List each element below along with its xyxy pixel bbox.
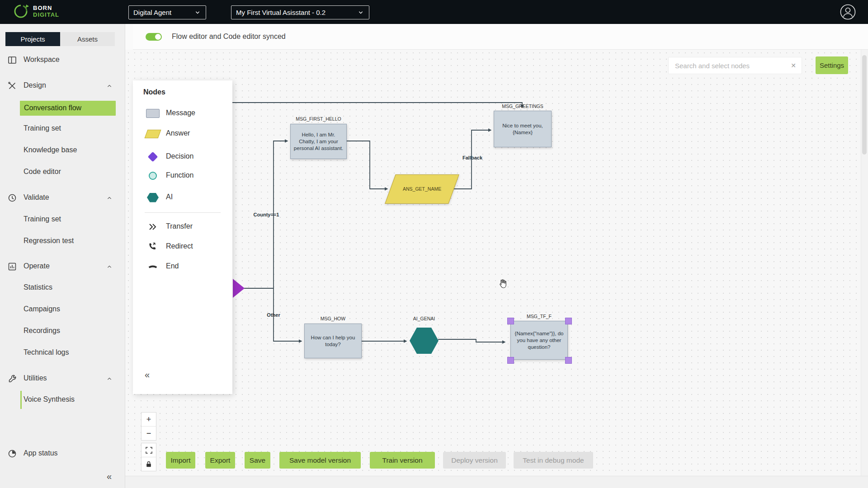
- flow-node-msg-how[interactable]: How can I help you today?: [304, 324, 362, 358]
- sidebar: Projects Assets Workspace Design Convers…: [0, 24, 125, 488]
- sidebar-item-campaigns[interactable]: Campaigns: [0, 302, 125, 317]
- save-button[interactable]: Save: [245, 452, 270, 469]
- brand-logo: BORN DIGITAL: [13, 3, 59, 19]
- flow-node-start[interactable]: [233, 279, 245, 298]
- sidebar-item-label: Statistics: [24, 283, 52, 291]
- flow-node-msg-tf-f[interactable]: {Namex{"name"}}, do you have any other q…: [510, 321, 568, 360]
- node-search-bar: ✕: [668, 57, 802, 74]
- flow-node-ans-get-name[interactable]: ANS_GET_NAME: [385, 174, 459, 204]
- sidebar-item-app-status[interactable]: App status: [0, 446, 125, 461]
- palette-item-label: Transfer: [166, 222, 193, 230]
- settings-button[interactable]: Settings: [816, 56, 848, 74]
- flow-node-msg-first-hello[interactable]: Hello, I am Mr. Chatty, I am your person…: [290, 124, 347, 159]
- lock-button[interactable]: [142, 457, 156, 471]
- save-model-version-button[interactable]: Save model version: [279, 452, 361, 469]
- assistant-version-dropdown[interactable]: My First Virtual Asisstant - 0.2: [231, 5, 369, 19]
- tab-projects[interactable]: Projects: [5, 32, 60, 46]
- lock-icon: [146, 461, 152, 468]
- zoom-in-button[interactable]: +: [142, 413, 156, 426]
- export-button[interactable]: Export: [205, 452, 235, 469]
- sidebar-item-label: Campaigns: [24, 305, 60, 313]
- horizontal-scrollbar[interactable]: [125, 476, 868, 488]
- sidebar-item-conversation-flow[interactable]: Conversation flow: [20, 101, 116, 116]
- sidebar-item-recordings[interactable]: Recordings: [0, 324, 125, 338]
- sidebar-item-label: Conversation flow: [24, 104, 81, 112]
- sidebar-item-label: Training set: [24, 124, 61, 132]
- selection-handle[interactable]: [507, 357, 514, 364]
- sidebar-group-utilities[interactable]: Utilities: [0, 371, 125, 386]
- palette-item-transfer[interactable]: Transfer: [133, 220, 232, 234]
- node-text: {Namex{"name"}}, do you have any other q…: [514, 330, 565, 351]
- palette-item-label: Function: [166, 171, 193, 179]
- sidebar-item-knowledge-base[interactable]: Knowledge base: [0, 143, 125, 158]
- sidebar-collapse-button[interactable]: «: [107, 471, 112, 482]
- assistant-version-value: My First Virtual Asisstant - 0.2: [236, 9, 326, 16]
- sidebar-item-workspace[interactable]: Workspace: [0, 53, 125, 67]
- palette-item-message[interactable]: Message: [133, 107, 232, 120]
- node-search-input[interactable]: [674, 61, 791, 70]
- chevron-down-icon: [194, 9, 201, 16]
- sidebar-item-label: App status: [24, 449, 58, 457]
- sidebar-group-validate[interactable]: Validate: [0, 191, 125, 205]
- sidebar-group-label: Operate: [24, 262, 50, 270]
- tab-assets[interactable]: Assets: [60, 32, 115, 46]
- fit-screen-button[interactable]: [142, 443, 156, 457]
- validate-clock-icon: [7, 193, 17, 203]
- logo-line-1: BORN: [33, 5, 59, 11]
- sidebar-group-operate[interactable]: Operate: [0, 259, 125, 274]
- test-debug-mode-button[interactable]: Test in debug mode: [514, 452, 593, 469]
- app-status-icon: [7, 449, 17, 459]
- logo-text: BORN DIGITAL: [33, 5, 59, 18]
- sidebar-item-code-editor[interactable]: Code editor: [0, 165, 125, 179]
- edge-label-county: County==1: [250, 212, 282, 217]
- zoom-out-button[interactable]: −: [142, 426, 156, 440]
- hand-cursor-icon: [497, 278, 508, 290]
- agent-type-dropdown[interactable]: Digital Agent: [128, 5, 206, 19]
- palette-divider: [145, 212, 221, 213]
- phone-end-icon: [145, 260, 160, 273]
- zoom-controls: + −: [141, 412, 156, 441]
- chevron-up-icon: [106, 194, 113, 202]
- top-bar: BORN DIGITAL Digital Agent My First Virt…: [0, 0, 868, 24]
- chevron-up-icon: [106, 263, 113, 270]
- sidebar-item-label: Recordings: [24, 327, 60, 335]
- sidebar-item-training-set[interactable]: Training set: [0, 122, 125, 136]
- sidebar-item-training-set-validate[interactable]: Training set: [0, 212, 125, 227]
- phone-redirect-icon: [145, 240, 160, 253]
- selection-handle[interactable]: [565, 318, 572, 324]
- sync-toggle[interactable]: [146, 33, 162, 41]
- sidebar-item-label: Code editor: [24, 168, 61, 176]
- palette-collapse-button[interactable]: «: [145, 370, 150, 380]
- import-button[interactable]: Import: [166, 452, 195, 469]
- sidebar-group-design[interactable]: Design: [0, 79, 125, 93]
- deploy-version-button[interactable]: Deploy version: [443, 452, 506, 469]
- transfer-icon: [145, 220, 160, 234]
- flow-node-msg-greetings[interactable]: Nice to meet you, {Namex}: [494, 111, 552, 147]
- palette-item-function[interactable]: Function: [133, 169, 232, 183]
- sidebar-item-label: Training set: [24, 215, 61, 223]
- ai-node-icon: [145, 191, 160, 204]
- search-clear-icon[interactable]: ✕: [791, 62, 796, 69]
- view-controls: [141, 443, 156, 471]
- sidebar-item-voice-synthesis[interactable]: Voice Synthesis: [0, 393, 125, 407]
- selection-handle[interactable]: [565, 357, 572, 364]
- chevron-down-icon: [357, 9, 364, 16]
- palette-item-redirect[interactable]: Redirect: [133, 240, 232, 253]
- palette-item-decision[interactable]: Decision: [133, 150, 232, 164]
- user-avatar[interactable]: [840, 4, 856, 20]
- sidebar-item-statistics[interactable]: Statistics: [0, 281, 125, 295]
- sidebar-item-label: Technical logs: [24, 348, 69, 357]
- palette-item-ai[interactable]: AI: [133, 191, 232, 204]
- sidebar-item-label: Knowledge base: [24, 146, 77, 154]
- palette-item-end[interactable]: End: [133, 260, 232, 273]
- palette-item-answer[interactable]: Answer: [133, 127, 232, 141]
- design-tools-icon: [7, 81, 17, 91]
- message-node-icon: [145, 107, 160, 120]
- sidebar-item-regression-test[interactable]: Regression test: [0, 234, 125, 249]
- selection-handle[interactable]: [507, 318, 514, 324]
- train-version-button[interactable]: Train version: [370, 452, 435, 469]
- vertical-scrollbar-thumb[interactable]: [862, 55, 867, 155]
- sidebar-group-label: Design: [24, 81, 46, 89]
- sidebar-item-technical-logs[interactable]: Technical logs: [0, 346, 125, 360]
- chevron-up-icon: [106, 375, 113, 382]
